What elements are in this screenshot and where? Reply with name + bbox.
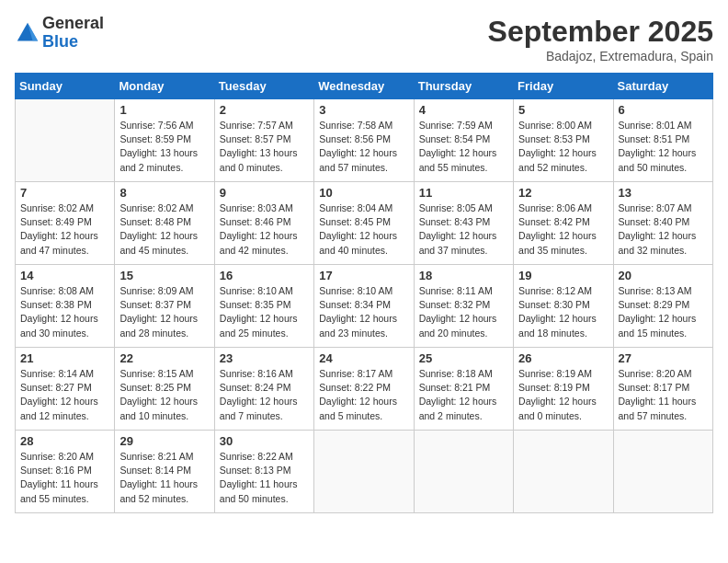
day-info: Sunrise: 8:09 AM Sunset: 8:37 PM Dayligh… [119,284,209,340]
calendar-cell: 23Sunrise: 8:16 AM Sunset: 8:24 PM Dayli… [214,348,313,431]
weekday-header-thursday: Thursday [414,74,513,99]
calendar-cell: 28Sunrise: 8:20 AM Sunset: 8:16 PM Dayli… [16,431,115,513]
day-info: Sunrise: 8:01 AM Sunset: 8:51 PM Dayligh… [619,119,708,175]
calendar-cell: 29Sunrise: 8:21 AM Sunset: 8:14 PM Dayli… [115,431,214,513]
calendar-week-4: 21Sunrise: 8:14 AM Sunset: 8:27 PM Dayli… [16,348,713,431]
calendar-cell [613,431,712,513]
day-info: Sunrise: 8:10 AM Sunset: 8:35 PM Dayligh… [220,284,309,340]
calendar-table: SundayMondayTuesdayWednesdayThursdayFrid… [15,73,713,513]
calendar-cell: 14Sunrise: 8:08 AM Sunset: 8:38 PM Dayli… [16,265,115,348]
calendar-cell: 26Sunrise: 8:19 AM Sunset: 8:19 PM Dayli… [514,348,613,431]
day-info: Sunrise: 8:02 AM Sunset: 8:48 PM Dayligh… [119,201,209,258]
day-info: Sunrise: 8:15 AM Sunset: 8:25 PM Dayligh… [119,367,209,423]
logo-general: General [42,15,104,33]
day-number: 2 [220,103,309,117]
day-number: 12 [518,186,608,200]
day-number: 28 [20,434,109,448]
day-number: 24 [319,351,408,365]
calendar-cell: 4Sunrise: 7:59 AM Sunset: 8:54 PM Daylig… [414,99,513,182]
day-number: 9 [220,186,309,200]
day-info: Sunrise: 8:03 AM Sunset: 8:46 PM Dayligh… [220,201,309,258]
day-number: 16 [220,269,309,282]
calendar-cell: 18Sunrise: 8:11 AM Sunset: 8:32 PM Dayli… [414,265,513,348]
day-number: 7 [20,186,109,200]
calendar-cell: 2Sunrise: 7:57 AM Sunset: 8:57 PM Daylig… [214,99,313,182]
calendar-cell: 27Sunrise: 8:20 AM Sunset: 8:17 PM Dayli… [613,348,712,431]
day-number: 1 [119,103,209,117]
day-number: 26 [518,351,608,365]
day-info: Sunrise: 8:20 AM Sunset: 8:16 PM Dayligh… [20,450,109,506]
calendar-cell: 13Sunrise: 8:07 AM Sunset: 8:40 PM Dayli… [613,182,712,265]
day-info: Sunrise: 8:08 AM Sunset: 8:38 PM Dayligh… [20,284,109,340]
calendar-cell [314,431,414,513]
day-info: Sunrise: 8:12 AM Sunset: 8:30 PM Dayligh… [518,284,608,340]
day-info: Sunrise: 8:10 AM Sunset: 8:34 PM Dayligh… [319,284,408,340]
day-info: Sunrise: 8:16 AM Sunset: 8:24 PM Dayligh… [220,367,309,423]
weekday-header-sunday: Sunday [16,74,115,99]
day-number: 30 [220,434,309,448]
day-info: Sunrise: 8:18 AM Sunset: 8:21 PM Dayligh… [419,367,508,423]
calendar-week-3: 14Sunrise: 8:08 AM Sunset: 8:38 PM Dayli… [16,265,713,348]
calendar-cell: 10Sunrise: 8:04 AM Sunset: 8:45 PM Dayli… [314,182,414,265]
day-info: Sunrise: 8:19 AM Sunset: 8:19 PM Dayligh… [518,367,608,423]
day-info: Sunrise: 8:17 AM Sunset: 8:22 PM Dayligh… [319,367,408,423]
day-number: 27 [619,351,708,365]
day-info: Sunrise: 8:13 AM Sunset: 8:29 PM Dayligh… [619,284,708,340]
logo-icon [15,20,40,46]
page-header: General Blue September 2025 Badajoz, Ext… [15,15,713,63]
calendar-cell [414,431,513,513]
weekday-header-wednesday: Wednesday [314,74,414,99]
weekday-header-tuesday: Tuesday [214,74,313,99]
calendar-cell: 30Sunrise: 8:22 AM Sunset: 8:13 PM Dayli… [214,431,313,513]
weekday-header-saturday: Saturday [613,74,712,99]
logo: General Blue [15,15,104,52]
day-number: 13 [619,186,708,200]
day-number: 20 [619,269,708,282]
day-number: 10 [319,186,408,200]
calendar-cell: 8Sunrise: 8:02 AM Sunset: 8:48 PM Daylig… [115,182,214,265]
calendar-cell: 11Sunrise: 8:05 AM Sunset: 8:43 PM Dayli… [414,182,513,265]
day-info: Sunrise: 7:59 AM Sunset: 8:54 PM Dayligh… [419,119,508,175]
day-info: Sunrise: 8:20 AM Sunset: 8:17 PM Dayligh… [619,367,708,423]
month-title: September 2025 [488,15,713,49]
day-number: 25 [419,351,508,365]
calendar-cell: 9Sunrise: 8:03 AM Sunset: 8:46 PM Daylig… [214,182,313,265]
calendar-week-5: 28Sunrise: 8:20 AM Sunset: 8:16 PM Dayli… [16,431,713,513]
weekday-header-monday: Monday [115,74,214,99]
day-number: 15 [119,269,209,282]
calendar-cell: 25Sunrise: 8:18 AM Sunset: 8:21 PM Dayli… [414,348,513,431]
day-info: Sunrise: 7:56 AM Sunset: 8:59 PM Dayligh… [119,119,209,175]
day-info: Sunrise: 7:57 AM Sunset: 8:57 PM Dayligh… [220,119,309,175]
location: Badajoz, Extremadura, Spain [488,49,713,63]
day-number: 21 [20,351,109,365]
day-info: Sunrise: 8:00 AM Sunset: 8:53 PM Dayligh… [518,119,608,175]
day-number: 18 [419,269,508,282]
calendar-cell: 5Sunrise: 8:00 AM Sunset: 8:53 PM Daylig… [514,99,613,182]
logo-blue: Blue [42,33,104,52]
calendar-cell: 16Sunrise: 8:10 AM Sunset: 8:35 PM Dayli… [214,265,313,348]
calendar-week-2: 7Sunrise: 8:02 AM Sunset: 8:49 PM Daylig… [16,182,713,265]
calendar-cell: 24Sunrise: 8:17 AM Sunset: 8:22 PM Dayli… [314,348,414,431]
day-number: 19 [518,269,608,282]
day-info: Sunrise: 8:22 AM Sunset: 8:13 PM Dayligh… [220,450,309,506]
calendar-cell: 6Sunrise: 8:01 AM Sunset: 8:51 PM Daylig… [613,99,712,182]
day-info: Sunrise: 8:11 AM Sunset: 8:32 PM Dayligh… [419,284,508,340]
weekday-header-friday: Friday [514,74,613,99]
day-info: Sunrise: 8:07 AM Sunset: 8:40 PM Dayligh… [619,201,708,258]
calendar-cell: 22Sunrise: 8:15 AM Sunset: 8:25 PM Dayli… [115,348,214,431]
day-number: 17 [319,269,408,282]
day-info: Sunrise: 8:21 AM Sunset: 8:14 PM Dayligh… [119,450,209,506]
calendar-cell: 21Sunrise: 8:14 AM Sunset: 8:27 PM Dayli… [16,348,115,431]
day-number: 5 [518,103,608,117]
day-number: 14 [20,269,109,282]
day-number: 23 [220,351,309,365]
day-number: 29 [119,434,209,448]
calendar-cell: 12Sunrise: 8:06 AM Sunset: 8:42 PM Dayli… [514,182,613,265]
calendar-cell: 1Sunrise: 7:56 AM Sunset: 8:59 PM Daylig… [115,99,214,182]
day-info: Sunrise: 8:02 AM Sunset: 8:49 PM Dayligh… [20,201,109,258]
day-number: 4 [419,103,508,117]
calendar-cell [514,431,613,513]
day-info: Sunrise: 8:04 AM Sunset: 8:45 PM Dayligh… [319,201,408,258]
day-number: 6 [619,103,708,117]
calendar-cell: 19Sunrise: 8:12 AM Sunset: 8:30 PM Dayli… [514,265,613,348]
